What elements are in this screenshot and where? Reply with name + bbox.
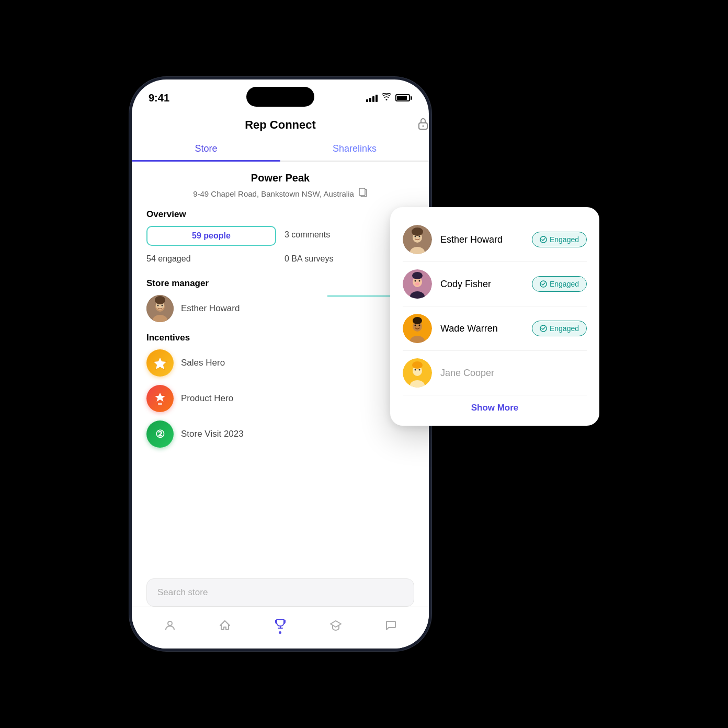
svg-point-8 xyxy=(157,305,159,306)
svg-point-42 xyxy=(412,361,423,369)
popup-avatar-esther xyxy=(403,225,432,254)
svg-point-41 xyxy=(419,369,420,371)
app-title: Rep Connect xyxy=(245,118,316,132)
overview-grid: 59 people 3 comments 54 engaged 0 BA sur… xyxy=(146,226,414,268)
overview-label: Overview xyxy=(146,209,414,220)
svg-point-19 xyxy=(419,236,420,237)
popup-row-esther[interactable]: Esther Howard Engaged xyxy=(403,218,587,262)
incentives-label: Incentives xyxy=(146,333,414,343)
dynamic-island xyxy=(246,87,314,107)
show-more-button[interactable]: Show More xyxy=(403,395,587,415)
wifi-icon xyxy=(382,93,391,103)
popup-name-jane: Jane Cooper xyxy=(440,368,587,379)
tab-sharelinks[interactable]: Sharelinks xyxy=(280,137,429,161)
sales-hero-badge xyxy=(146,349,174,377)
phone-frame: 9:41 xyxy=(129,76,432,652)
battery-icon xyxy=(395,94,412,101)
svg-point-13 xyxy=(168,621,172,625)
manager-avatar xyxy=(146,295,174,322)
app-header: Rep Connect xyxy=(132,108,429,137)
product-hero-badge xyxy=(146,385,174,412)
nav-profile[interactable] xyxy=(164,619,176,632)
search-input[interactable]: Search store xyxy=(146,578,414,607)
popup-name-wade: Wade Warren xyxy=(440,323,524,334)
svg-point-9 xyxy=(162,305,163,306)
svg-point-40 xyxy=(415,369,416,371)
popup-avatar-cody xyxy=(403,269,432,299)
app-content: Power Peak 9-49 Chapel Road, Bankstown N… xyxy=(132,172,429,649)
popup-name-cody: Cody Fisher xyxy=(440,279,524,290)
svg-point-34 xyxy=(419,325,420,326)
bottom-nav xyxy=(132,607,429,649)
store-visit-badge: ② xyxy=(146,420,174,448)
phone-screen: 9:41 xyxy=(132,79,429,649)
tab-bar: Store Sharelinks xyxy=(132,137,429,162)
svg-point-18 xyxy=(415,236,416,237)
popup-row-wade[interactable]: Wade Warren Engaged xyxy=(403,306,587,351)
status-time: 9:41 xyxy=(149,92,169,104)
product-hero-name: Product Hero xyxy=(181,393,233,404)
incentive-product-hero[interactable]: Product Hero xyxy=(146,385,414,412)
svg-point-20 xyxy=(412,228,423,236)
engaged-badge-wade: Engaged xyxy=(532,321,587,336)
svg-rect-3 xyxy=(359,188,365,196)
nav-home[interactable] xyxy=(219,619,231,632)
nav-trophy-dot xyxy=(279,631,281,634)
nav-chat[interactable] xyxy=(384,619,397,632)
copy-icon[interactable] xyxy=(358,187,368,200)
nav-trophy[interactable] xyxy=(274,617,287,634)
nav-education[interactable] xyxy=(329,619,342,632)
stat-engaged: 54 engaged xyxy=(146,250,276,268)
incentive-sales-hero[interactable]: Sales Hero xyxy=(146,349,414,377)
svg-point-33 xyxy=(415,325,416,326)
engaged-badge-cody: Engaged xyxy=(532,276,587,292)
svg-point-1 xyxy=(423,126,424,127)
tab-store[interactable]: Store xyxy=(132,137,280,161)
store-address: 9-49 Chapel Road, Bankstown NSW, Austral… xyxy=(146,187,414,200)
popup-row-jane[interactable]: Jane Cooper xyxy=(403,351,587,395)
scene: 9:41 xyxy=(129,50,599,678)
stat-people[interactable]: 59 people xyxy=(146,226,276,246)
svg-point-25 xyxy=(415,280,416,282)
svg-point-26 xyxy=(419,280,420,282)
incentive-store-visit[interactable]: ② Store Visit 2023 xyxy=(146,420,414,448)
lock-icon[interactable] xyxy=(417,117,429,133)
svg-point-28 xyxy=(412,272,423,279)
status-icons xyxy=(366,93,412,103)
engaged-badge-esther: Engaged xyxy=(532,232,587,247)
svg-point-10 xyxy=(155,296,165,304)
svg-marker-11 xyxy=(153,357,167,370)
popup-avatar-jane xyxy=(403,358,432,388)
store-name: Power Peak xyxy=(146,172,414,184)
store-visit-name: Store Visit 2023 xyxy=(181,429,244,439)
sales-hero-name: Sales Hero xyxy=(181,358,225,368)
signal-icon xyxy=(366,94,378,102)
popup-row-cody[interactable]: Cody Fisher Engaged xyxy=(403,262,587,306)
bottom-search-area: Search store xyxy=(146,578,414,607)
popup-avatar-wade xyxy=(403,314,432,343)
svg-point-27 xyxy=(415,282,419,286)
svg-point-35 xyxy=(413,317,422,324)
popup-card: Esther Howard Engaged Cody Fisher xyxy=(390,207,599,426)
manager-name: Esther Howard xyxy=(181,303,240,314)
popup-name-esther: Esther Howard xyxy=(440,234,524,245)
svg-rect-12 xyxy=(158,403,162,405)
